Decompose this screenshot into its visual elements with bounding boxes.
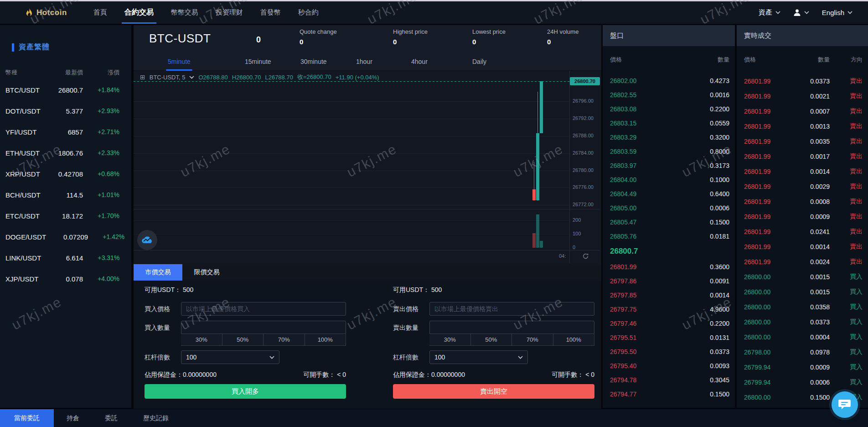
ask-row[interactable]: 26803.97 0.3173 xyxy=(603,158,735,172)
nav-item[interactable]: 首頁 xyxy=(93,1,107,24)
ask-row[interactable]: 26804.49 0.6400 xyxy=(603,187,735,201)
trade-row[interactable]: 26799.94 0.0006 買入 xyxy=(737,375,868,390)
bid-row[interactable]: 26797.75 4.9600 xyxy=(603,302,735,316)
percent-button[interactable]: 30% xyxy=(429,333,471,346)
trade-row[interactable]: 26798.00 0.0978 買入 xyxy=(737,344,868,359)
trade-row[interactable]: 26801.99 0.0017 賣出 xyxy=(737,149,868,164)
bid-row[interactable]: 26797.86 0.0091 xyxy=(603,274,735,288)
orders-tab[interactable]: 歷史記錄 xyxy=(130,409,181,427)
trade-row[interactable]: 26801.99 0.0014 賣出 xyxy=(737,239,868,254)
chat-button[interactable] xyxy=(832,391,858,418)
nav-item[interactable]: 投资理财 xyxy=(216,1,243,24)
coin-row[interactable]: DOT/USDT 5.377 +2.93% xyxy=(0,100,131,121)
cloud-chart-icon xyxy=(141,235,153,245)
percent-button[interactable]: 100% xyxy=(305,333,346,346)
coin-row[interactable]: LINK/USDT 6.614 +3.31% xyxy=(0,247,131,268)
trade-row[interactable]: 26801.99 0.0014 賣出 xyxy=(737,164,868,179)
bid-row[interactable]: 26795.40 0.0093 xyxy=(603,359,735,373)
interval-tab[interactable]: 30minute xyxy=(300,54,327,69)
coin-row[interactable]: ETH/USDT 1806.76 +2.33% xyxy=(0,142,131,163)
bid-row[interactable]: 26795.51 0.0131 xyxy=(603,330,735,344)
coin-row[interactable]: DOGE/USDT 0.07209 +1.42% xyxy=(0,226,131,247)
trade-amount: 0.0004 xyxy=(791,333,830,341)
buy-open-long-button[interactable]: 買入開多 xyxy=(145,384,346,399)
nav-item[interactable]: 合約交易 xyxy=(124,1,154,24)
ask-row[interactable]: 26803.08 0.2200 xyxy=(603,102,735,116)
interval-tab[interactable]: 15minute xyxy=(245,54,271,69)
trade-row[interactable]: 26801.99 0.0013 賣出 xyxy=(737,119,868,134)
bid-row[interactable]: 26794.77 0.1500 xyxy=(603,387,735,401)
bid-row[interactable]: 26797.85 0.0014 xyxy=(603,288,735,302)
percent-button[interactable]: 100% xyxy=(553,333,595,346)
sell-open-short-button[interactable]: 賣出開空 xyxy=(393,384,594,399)
trade-amount: 0.0014 xyxy=(791,168,830,175)
ask-row[interactable]: 26805.00 0.0006 xyxy=(603,201,735,215)
trade-row[interactable]: 26801.99 0.0024 賣出 xyxy=(737,254,868,269)
trade-row[interactable]: 26800.00 0.0358 買入 xyxy=(737,299,868,314)
trade-row[interactable]: 26800.00 0.0004 買入 xyxy=(737,329,868,344)
ask-row[interactable]: 26804.00 0.1000 xyxy=(603,172,735,187)
order-type-tab[interactable]: 市價交易 xyxy=(134,264,182,281)
stat-label: Quote change xyxy=(300,28,337,35)
nav-item[interactable]: 秒合約 xyxy=(298,1,319,24)
trade-row[interactable]: 26801.99 0.0241 賣出 xyxy=(737,224,868,239)
percent-button[interactable]: 70% xyxy=(264,333,305,346)
percent-button[interactable]: 50% xyxy=(471,333,512,346)
sell-price-input[interactable] xyxy=(429,302,594,316)
trade-row[interactable]: 26801.99 0.0035 賣出 xyxy=(737,134,868,149)
trade-row[interactable]: 26800.00 0.0015 買入 xyxy=(737,269,868,284)
bid-row[interactable]: 26797.46 0.2200 xyxy=(603,316,735,330)
ask-amount: 0.3173 xyxy=(679,162,729,169)
interval-tab[interactable]: Daily xyxy=(472,54,486,69)
trade-row[interactable]: 26799.94 0.0009 買入 xyxy=(737,359,868,375)
trade-row[interactable]: 26801.99 0.0373 賣出 xyxy=(737,73,868,89)
buy-qty-input[interactable] xyxy=(181,321,346,334)
bid-row[interactable]: 26795.50 0.0373 xyxy=(603,344,735,359)
trade-row[interactable]: 26801.99 0.0009 賣出 xyxy=(737,209,868,224)
coin-row[interactable]: XRP/USDT 0.42708 +0.68% xyxy=(0,163,131,184)
sell-leverage-select[interactable]: 100 xyxy=(429,350,528,364)
bid-row[interactable]: 26801.99 0.3600 xyxy=(603,260,735,274)
trade-row[interactable]: 26801.99 0.0007 賣出 xyxy=(737,104,868,119)
buy-leverage-select[interactable]: 100 xyxy=(181,350,279,364)
percent-button[interactable]: 70% xyxy=(512,333,553,346)
assets-dropdown[interactable]: 資產 xyxy=(759,8,780,17)
ask-row[interactable]: 26805.76 0.0181 xyxy=(603,229,735,243)
trade-row[interactable]: 26800.00 0.0373 買入 xyxy=(737,314,868,329)
language-dropdown[interactable]: English xyxy=(822,9,852,16)
buy-price-input[interactable] xyxy=(181,302,346,316)
nav-item[interactable]: 幣幣交易 xyxy=(171,1,198,24)
price-chart[interactable]: ⊞ BTC-USDT, 5 O26788.80 H26800.70 L26788… xyxy=(134,71,601,263)
nav-item[interactable]: 首發幣 xyxy=(260,1,281,24)
order-type-tab[interactable]: 限價交易 xyxy=(182,264,231,281)
orders-tab[interactable]: 委託 xyxy=(92,409,130,427)
ask-row[interactable]: 26803.29 0.3200 xyxy=(603,130,735,144)
percent-button[interactable]: 50% xyxy=(222,333,264,346)
coin-row[interactable]: XJP/USDT 0.078 +4.00% xyxy=(0,268,131,289)
orders-tab[interactable]: 持倉 xyxy=(54,409,92,427)
bid-amount: 0.1500 xyxy=(679,391,729,398)
ask-row[interactable]: 26802.00 0.4273 xyxy=(603,73,735,88)
refresh-icon[interactable] xyxy=(582,253,589,260)
sell-qty-input[interactable] xyxy=(429,321,594,334)
orders-tab[interactable]: 當前委託 xyxy=(0,409,54,427)
ask-row[interactable]: 26803.59 0.8000 xyxy=(603,144,735,158)
bid-row[interactable]: 26794.78 0.3045 xyxy=(603,373,735,387)
interval-tab[interactable]: 1hour xyxy=(356,54,372,69)
user-menu[interactable] xyxy=(793,9,809,16)
coin-row[interactable]: ETC/USDT 18.172 +1.70% xyxy=(0,205,131,226)
coin-row[interactable]: BTC/USDT 26800.7 +1.84% xyxy=(0,79,131,100)
coin-row[interactable]: YFI/USDT 6857 +2.71% xyxy=(0,121,131,142)
ask-row[interactable]: 26805.47 0.1500 xyxy=(603,215,735,229)
trade-row[interactable]: 26801.99 0.0021 賣出 xyxy=(737,89,868,104)
percent-button[interactable]: 30% xyxy=(181,333,222,346)
interval-tab[interactable]: 4hour xyxy=(411,54,428,69)
trade-row[interactable]: 26801.99 0.0029 賣出 xyxy=(737,179,868,194)
trade-row[interactable]: 26801.99 0.0008 賣出 xyxy=(737,194,868,209)
trade-row[interactable]: 26800.00 0.0015 買入 xyxy=(737,284,868,299)
coin-row[interactable]: BCH/USDT 114.5 +1.01% xyxy=(0,184,131,205)
interval-tab[interactable]: 5minute xyxy=(168,54,191,69)
ask-row[interactable]: 26802.55 0.0016 xyxy=(603,88,735,102)
ask-row[interactable]: 26803.15 0.0559 xyxy=(603,116,735,130)
brand[interactable]: Hotcoin xyxy=(25,8,67,18)
